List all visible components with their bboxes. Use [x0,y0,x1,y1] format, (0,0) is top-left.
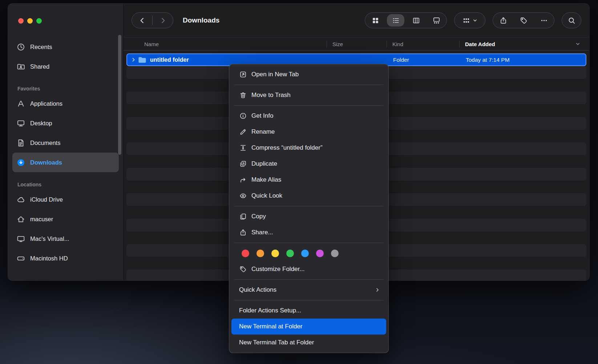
group-grid-icon [462,17,470,24]
sidebar-item-label: Documents [30,139,60,146]
column-headers: Name Size Kind Date Added [124,37,589,50]
sidebar-item-label: Applications [30,100,62,107]
menu-item-compress[interactable]: Compress “untitled folder” [231,140,386,156]
view-icons-button[interactable] [365,13,385,28]
info-icon [239,112,247,120]
menu-item-folder-actions-setup[interactable]: Folder Actions Setup... [231,303,386,319]
menu-item-rename[interactable]: Rename [231,124,386,140]
menu-item-label: Rename [251,128,275,136]
chevron-down-icon [473,18,477,23]
sidebar-item-downloads[interactable]: Downloads [12,153,119,172]
file-kind: Folder [393,57,409,63]
columns-view-icon [412,17,420,24]
view-mode-switcher [365,12,447,28]
sidebar-scrollbar[interactable] [118,35,121,155]
tag-dot-gray[interactable] [331,250,339,257]
menu-item-copy[interactable]: Copy [231,209,386,225]
ellipsis-icon [540,17,548,24]
menu-item-share[interactable]: Share... [231,225,386,240]
sidebar-item-recents[interactable]: Recents [12,37,119,57]
sidebar-section-locations: Locations [17,182,114,187]
menu-separator [234,243,383,243]
home-icon [17,215,25,223]
open-in-new-tab-icon [239,70,247,78]
chevron-left-icon [138,17,146,24]
desktop-icon [17,119,25,128]
sidebar-item-documents[interactable]: Documents [12,133,119,153]
back-button[interactable] [132,13,152,28]
zoom-window-button[interactable] [36,18,42,24]
file-name: untitled folder [150,57,189,63]
minimize-window-button[interactable] [27,18,33,24]
sidebar-item-shared[interactable]: Shared [12,57,119,76]
menu-separator [234,105,383,106]
close-window-button[interactable] [18,18,24,24]
trash-icon [239,91,247,99]
sidebar-item-virtual-machine[interactable]: Mac's Virtual... [12,229,119,248]
column-header-kind[interactable]: Kind [392,41,403,47]
menu-item-move-to-trash[interactable]: Move to Trash [231,87,386,103]
folder-icon [138,57,146,63]
sidebar-item-label: Macintosh HD [30,255,68,262]
sidebar-item-icloud-drive[interactable]: iCloud Drive [12,190,119,209]
menu-item-label: Duplicate [251,160,277,167]
menu-item-new-terminal-tab-at-folder[interactable]: New Terminal Tab at Folder [231,335,386,351]
alias-arrow-icon [239,176,247,184]
sidebar-item-applications[interactable]: Applications [12,94,119,113]
menu-item-quick-look[interactable]: Quick Look [231,188,386,204]
sidebar-item-desktop[interactable]: Desktop [12,113,119,133]
compress-icon [239,144,247,152]
hard-drive-icon [17,254,25,263]
menu-item-new-terminal-at-folder[interactable]: New Terminal at Folder [231,319,386,335]
sidebar-item-label: Downloads [30,159,62,166]
view-columns-button[interactable] [406,13,426,28]
chevron-right-icon [159,17,167,24]
menu-separator [234,206,383,206]
duplicate-icon [239,160,247,168]
window-title: Downloads [183,16,219,24]
menu-item-open-in-new-tab[interactable]: Open in New Tab [231,66,386,82]
tags-button[interactable] [513,13,534,28]
menu-item-tags [231,245,386,261]
menu-item-duplicate[interactable]: Duplicate [231,156,386,172]
tag-dot-purple[interactable] [316,250,324,257]
window-controls [18,18,42,24]
tag-dot-red[interactable] [242,250,249,257]
copy-icon [239,213,247,221]
tag-dot-green[interactable] [286,250,294,257]
tag-dot-blue[interactable] [301,250,309,257]
column-header-name[interactable]: Name [144,41,159,47]
group-by-button[interactable] [454,13,485,28]
sidebar-section-favorites: Favorites [17,86,114,92]
column-header-date-added[interactable]: Date Added [465,41,495,47]
column-divider [387,41,387,48]
pencil-icon [239,128,247,136]
share-icon [239,228,247,236]
menu-item-get-info[interactable]: Get Info [231,108,386,124]
shared-folder-icon [17,62,25,71]
share-button[interactable] [493,13,513,28]
sidebar-item-macintosh-hd[interactable]: Macintosh HD [12,248,119,268]
tag-dot-yellow[interactable] [271,250,279,257]
search-button[interactable] [562,13,581,28]
sidebar: Recents Shared Favorites Applications De… [8,4,124,280]
menu-item-make-alias[interactable]: Make Alias [231,172,386,188]
menu-item-quick-actions[interactable]: Quick Actions [231,282,386,298]
menu-separator [234,85,383,85]
sidebar-item-home[interactable]: macuser [12,209,119,229]
disclosure-chevron-icon[interactable] [131,57,136,62]
actions-group [493,12,554,28]
menu-item-label: New Terminal at Folder [239,323,302,330]
more-actions-button[interactable] [534,13,554,28]
file-date-added: Today at 7:14 PM [466,57,510,63]
forward-button[interactable] [153,13,173,28]
display-icon [17,235,25,243]
menu-item-label: Quick Look [251,192,282,199]
view-gallery-button[interactable] [426,13,447,28]
column-header-size[interactable]: Size [332,41,343,47]
submenu-chevron-icon [375,287,380,293]
view-list-button[interactable] [387,14,404,27]
menu-item-customize-folder[interactable]: Customize Folder... [231,261,386,277]
menu-separator [234,279,383,280]
tag-dot-orange[interactable] [256,250,264,257]
